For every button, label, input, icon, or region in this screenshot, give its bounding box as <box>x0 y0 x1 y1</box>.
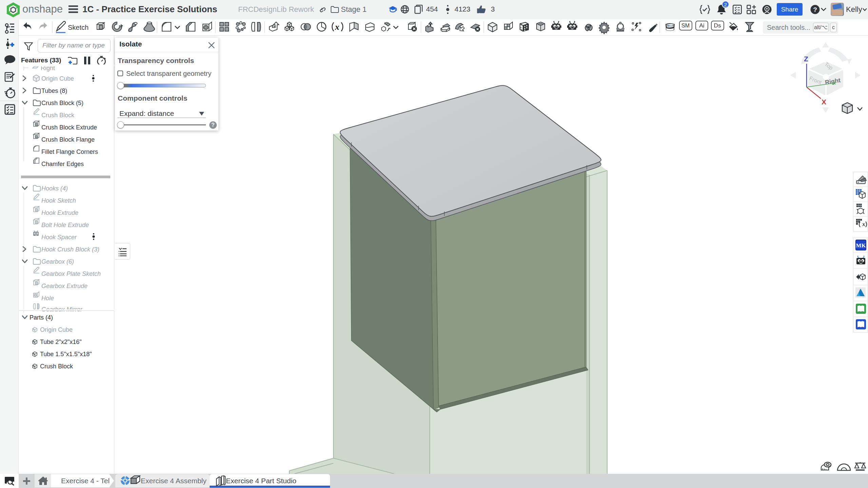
svg-text:Chamfer Edges: Chamfer Edges <box>41 161 84 167</box>
svg-text:Tube 2"x2"x16": Tube 2"x2"x16" <box>40 339 82 345</box>
svg-text:Z: Z <box>804 55 808 63</box>
svg-text:Tube 1.5"x1.5"x18": Tube 1.5"x1.5"x18" <box>40 351 92 358</box>
svg-text:Sketch: Sketch <box>68 24 89 31</box>
svg-text:Hook Sketch: Hook Sketch <box>41 197 76 204</box>
svg-text:Ds: Ds <box>714 22 721 29</box>
svg-text:x: x <box>862 221 865 227</box>
svg-text:Hook Crush Block (3): Hook Crush Block (3) <box>41 246 99 253</box>
svg-text:SM: SM <box>681 23 690 28</box>
svg-text:X: X <box>822 98 826 106</box>
svg-text:Exercise 4 Part Studio: Exercise 4 Part Studio <box>226 477 296 485</box>
svg-text:Gearbox (6): Gearbox (6) <box>41 258 74 265</box>
svg-text:Hook Spacer: Hook Spacer <box>41 234 77 241</box>
svg-text:Bolt Hole Extrude: Bolt Hole Extrude <box>41 222 89 228</box>
svg-text:Crush Block: Crush Block <box>41 112 75 119</box>
svg-text:Tubes (8): Tubes (8) <box>41 87 67 94</box>
svg-text:Gearbox Extrude: Gearbox Extrude <box>41 283 88 289</box>
svg-text:Crush Block (5): Crush Block (5) <box>41 100 83 106</box>
svg-text:Origin Cube: Origin Cube <box>41 75 74 82</box>
svg-text:Crush Block Flange: Crush Block Flange <box>41 136 95 143</box>
svg-text:Hook Extrude: Hook Extrude <box>41 209 78 216</box>
svg-text:MK: MK <box>856 242 866 249</box>
svg-text:Hooks (4): Hooks (4) <box>41 185 68 192</box>
svg-text:Exercise 4 - Tel: Exercise 4 - Tel <box>61 477 110 485</box>
svg-text:x: x <box>335 22 340 32</box>
svg-text:Ai: Ai <box>699 22 704 29</box>
svg-text:Crush Block Extrude: Crush Block Extrude <box>41 124 97 131</box>
svg-text:Gearbox Plate Sketch: Gearbox Plate Sketch <box>41 270 101 277</box>
svg-text:?: ? <box>813 6 817 13</box>
svg-text:Origin Cube: Origin Cube <box>40 326 73 333</box>
svg-text:Parts (4): Parts (4) <box>30 314 53 321</box>
svg-text:Hole: Hole <box>41 295 54 302</box>
svg-text:Exercise 4 Assembly: Exercise 4 Assembly <box>141 477 207 485</box>
svg-text:Fillet Flange Corners: Fillet Flange Corners <box>41 148 98 155</box>
svg-text:Crush Block: Crush Block <box>40 363 73 370</box>
